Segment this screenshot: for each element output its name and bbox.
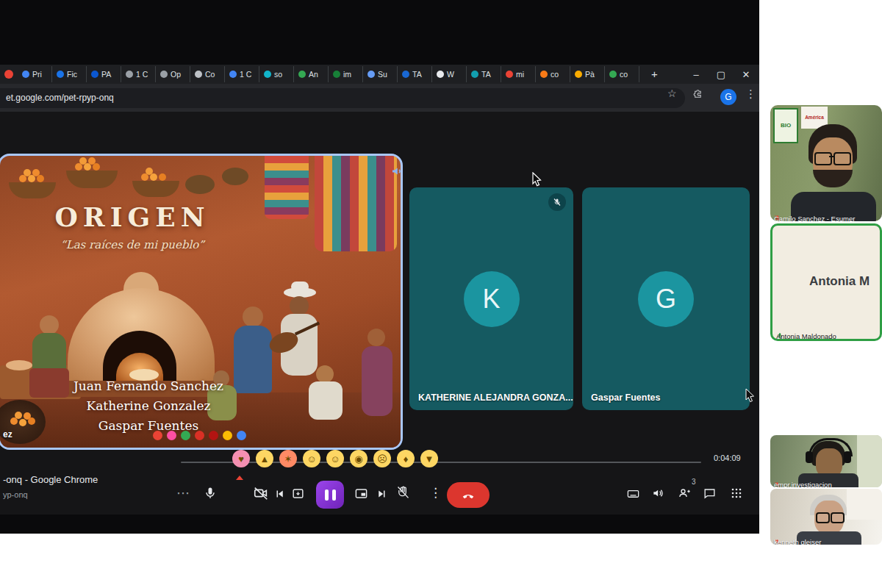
participant-name: KATHERINE ALEJANDRA GONZA... — [418, 392, 573, 403]
tab-label: co — [620, 70, 628, 79]
browser-tab[interactable]: Co — [190, 66, 225, 82]
tab-favicon — [609, 71, 617, 78]
browser-tab[interactable]: 1 C — [225, 66, 259, 82]
profile-avatar[interactable]: G — [720, 89, 736, 105]
mic-muted-icon — [548, 193, 566, 211]
pause-share-button[interactable] — [316, 481, 344, 509]
participant-name: Gaspar Fuentes — [591, 392, 660, 403]
browser-tab[interactable]: Pà — [570, 66, 605, 82]
pinned-tab-icon[interactable] — [4, 70, 13, 79]
browser-tab[interactable]: TA — [398, 66, 432, 82]
tab-favicon — [437, 71, 444, 78]
participant-tile-gaspar[interactable]: G Gaspar Fuentes — [582, 187, 750, 410]
minimize-button[interactable]: – — [685, 69, 707, 80]
new-tab-button[interactable]: + — [651, 68, 658, 80]
maximize-button[interactable]: ▢ — [710, 69, 732, 80]
reactions-bar: ♥ ▲ ✶ ☺ ☺ ◉ ☹ ♦ ▼ — [232, 450, 438, 467]
camera-off-icon[interactable] — [253, 485, 269, 504]
skip-previous-icon[interactable] — [273, 487, 287, 503]
browser-tab[interactable]: Pri — [18, 66, 52, 82]
browser-tab[interactable]: Op — [156, 66, 190, 82]
slide-subtitle: “Las raíces de mi pueblo” — [33, 238, 232, 251]
call-timer: 0:04:09 — [714, 453, 741, 462]
microphone-icon[interactable] — [203, 486, 218, 503]
bookmark-star-icon[interactable]: ☆ — [667, 87, 677, 99]
presenter-tile-label: ez — [3, 429, 12, 440]
present-to-tab-icon[interactable] — [291, 487, 305, 503]
participant-avatar: K — [464, 271, 520, 327]
tile-display-text: Antonia M — [809, 274, 881, 289]
dock-icon — [153, 431, 162, 440]
close-button[interactable]: ✕ — [735, 69, 757, 80]
video-tile-camilo[interactable]: BIO América Camilo Sanchez - Esumer — [770, 105, 882, 221]
picture-in-picture-icon[interactable] — [354, 487, 368, 503]
volume-icon[interactable] — [651, 486, 666, 503]
tab-label: Pà — [585, 70, 595, 79]
participant-tile-katherine[interactable]: K KATHERINE ALEJANDRA GONZA... — [409, 187, 573, 410]
browser-tab[interactable]: so — [259, 66, 294, 82]
desktop: Pri Fic PA 1 C Op Co — [0, 0, 882, 588]
reaction-emoji[interactable]: ▲ — [256, 450, 273, 467]
wall-poster-bio: BIO — [773, 108, 798, 143]
video-tile-kenneth[interactable]: kenneth gleiser — [770, 489, 882, 545]
reaction-emoji[interactable]: ✶ — [279, 450, 297, 467]
more-options-icon[interactable]: ⋯ — [176, 485, 190, 501]
tab-label: so — [274, 70, 282, 79]
shared-presentation-tile[interactable]: ORIGEN “Las raíces de mi pueblo” Juan Fe… — [0, 154, 403, 450]
video-tile-empr[interactable]: empr.investigacion — [770, 435, 882, 487]
tab-label: im — [343, 70, 351, 79]
background-door — [857, 435, 882, 487]
browser-tab[interactable]: co — [536, 66, 570, 82]
url-bar[interactable]: et.google.com/pet-rpyp-onq — [0, 88, 685, 108]
browser-tab[interactable]: im — [329, 66, 363, 82]
tab-favicon — [471, 71, 478, 78]
tab-label: 1 C — [240, 70, 251, 79]
tab-label: Op — [171, 70, 181, 79]
browser-tab[interactable]: An — [294, 66, 329, 82]
participant-avatar: G — [638, 271, 694, 327]
tab-favicon — [264, 71, 271, 78]
browser-tab[interactable]: Fic — [52, 66, 87, 82]
tab-label: 1 C — [136, 70, 148, 79]
slide-authors: Juan Fernando SanchezKatherine GonzalezG… — [31, 376, 266, 436]
browser-tab[interactable]: PA — [87, 66, 121, 82]
people-add-icon[interactable] — [678, 486, 692, 503]
tab-label: mi — [516, 70, 524, 79]
browser-menu-icon[interactable]: ⋮ — [745, 87, 756, 101]
browser-tab[interactable]: W — [432, 66, 467, 82]
chat-icon[interactable] — [703, 487, 717, 503]
browser-tab[interactable]: 1 C — [121, 66, 156, 82]
tab-favicon — [575, 71, 582, 78]
raise-hand-off-icon[interactable] — [395, 484, 411, 503]
reaction-emoji[interactable]: ☺ — [303, 450, 320, 467]
slide-art-basket — [66, 171, 118, 188]
reaction-emoji[interactable]: ☹ — [373, 450, 391, 467]
leave-call-button[interactable] — [447, 482, 490, 508]
tab-label: An — [309, 70, 318, 79]
skip-next-icon[interactable] — [375, 487, 388, 503]
browser-tab[interactable]: Su — [363, 66, 398, 82]
apps-grid-icon[interactable] — [729, 486, 744, 503]
slide-art-hanging-basket — [222, 168, 248, 185]
dock-icon — [209, 431, 218, 440]
browser-tab[interactable]: co — [605, 66, 639, 82]
browser-tab[interactable]: mi — [501, 66, 536, 82]
slide-art-fruit-pile — [10, 417, 18, 425]
more-controls-icon[interactable]: ⋮ — [429, 485, 442, 501]
extensions-icon[interactable] — [692, 88, 703, 101]
tab-favicon — [368, 71, 375, 78]
background-window — [847, 489, 882, 520]
reaction-emoji[interactable]: ♥ — [232, 450, 250, 467]
reaction-emoji[interactable]: ◉ — [350, 450, 368, 467]
window-title-text: -onq - Google Chrome — [3, 474, 98, 485]
browser-tab[interactable]: TA — [467, 66, 501, 82]
video-tile-antonia[interactable]: Antonia M Antonia Maldonado — [770, 223, 882, 341]
tab-label: Pri — [32, 70, 42, 79]
reaction-emoji[interactable]: ♦ — [397, 450, 415, 467]
keyboard-icon[interactable] — [626, 487, 640, 503]
reaction-emoji[interactable]: ▼ — [420, 450, 438, 467]
tab-favicon — [506, 71, 513, 78]
slide-dock-icons — [153, 431, 246, 440]
tab-favicon — [229, 71, 237, 78]
reaction-emoji[interactable]: ☺ — [326, 450, 344, 467]
